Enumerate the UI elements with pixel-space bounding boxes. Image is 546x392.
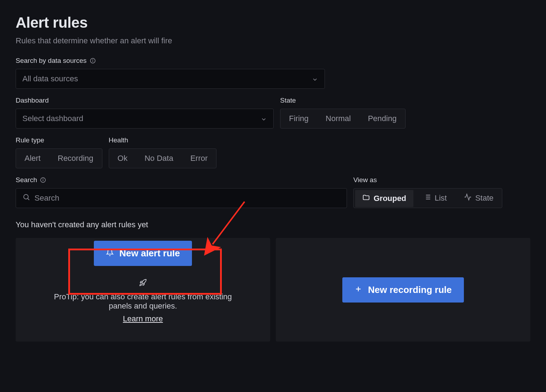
empty-state-cards: New alert rule ProTip: you can also crea… xyxy=(16,238,530,342)
svg-point-6 xyxy=(24,195,28,199)
rule-type-label: Rule type xyxy=(16,136,102,144)
health-label: Health xyxy=(109,136,217,144)
rule-type-option-alert[interactable]: Alert xyxy=(16,149,49,168)
search-input-wrap[interactable] xyxy=(16,188,347,208)
rocket-icon xyxy=(139,279,147,289)
svg-line-7 xyxy=(28,198,29,200)
folder-icon xyxy=(362,194,370,203)
protip-text: ProTip: you can also create alert rules … xyxy=(43,279,242,323)
bell-icon xyxy=(106,248,114,259)
state-options: Firing Normal Pending xyxy=(280,109,406,129)
data-sources-select[interactable]: All data sources xyxy=(16,69,325,89)
state-option-pending[interactable]: Pending xyxy=(359,109,405,128)
health-option-error[interactable]: Error xyxy=(182,149,216,168)
state-option-normal[interactable]: Normal xyxy=(317,109,359,128)
svg-point-5 xyxy=(43,179,43,179)
page-title: Alert rules xyxy=(16,14,530,31)
dashboard-label: Dashboard xyxy=(16,97,274,104)
chevron-down-icon xyxy=(312,76,318,82)
svg-point-2 xyxy=(92,60,93,60)
health-options: Ok No Data Error xyxy=(109,148,217,168)
state-label: State xyxy=(280,97,406,104)
view-as-label: View as xyxy=(353,176,502,184)
search-input[interactable] xyxy=(34,194,340,203)
new-alert-rule-card: New alert rule ProTip: you can also crea… xyxy=(16,238,270,342)
rule-type-options: Alert Recording xyxy=(16,148,102,168)
rule-type-option-recording[interactable]: Recording xyxy=(49,149,102,168)
health-option-ok[interactable]: Ok xyxy=(109,149,136,168)
page-subtitle: Rules that determine whether an alert wi… xyxy=(16,36,530,45)
new-recording-rule-button[interactable]: New recording rule xyxy=(342,277,464,303)
info-icon[interactable] xyxy=(40,177,46,183)
new-alert-rule-button[interactable]: New alert rule xyxy=(94,241,192,266)
view-as-option-grouped[interactable]: Grouped xyxy=(355,190,413,207)
activity-icon xyxy=(464,193,472,203)
learn-more-link[interactable]: Learn more xyxy=(123,314,163,323)
empty-state-heading: You haven't created any alert rules yet xyxy=(16,220,530,229)
view-as-option-list[interactable]: List xyxy=(415,189,455,208)
search-icon xyxy=(22,193,30,203)
plus-icon xyxy=(354,284,362,295)
alert-rules-page: Alert rules Rules that determine whether… xyxy=(0,0,546,356)
dashboard-select[interactable]: Select dashboard xyxy=(16,109,274,129)
view-as-options: Grouped List State xyxy=(353,188,502,208)
health-option-nodata[interactable]: No Data xyxy=(136,149,182,168)
info-icon[interactable] xyxy=(90,58,96,64)
view-as-option-state[interactable]: State xyxy=(455,189,502,208)
list-icon xyxy=(423,193,431,203)
state-option-firing[interactable]: Firing xyxy=(280,109,317,128)
data-sources-label: Search by data sources xyxy=(16,57,325,65)
search-label: Search xyxy=(16,176,347,184)
chevron-down-icon xyxy=(261,115,267,122)
new-recording-rule-card: New recording rule xyxy=(276,238,530,342)
